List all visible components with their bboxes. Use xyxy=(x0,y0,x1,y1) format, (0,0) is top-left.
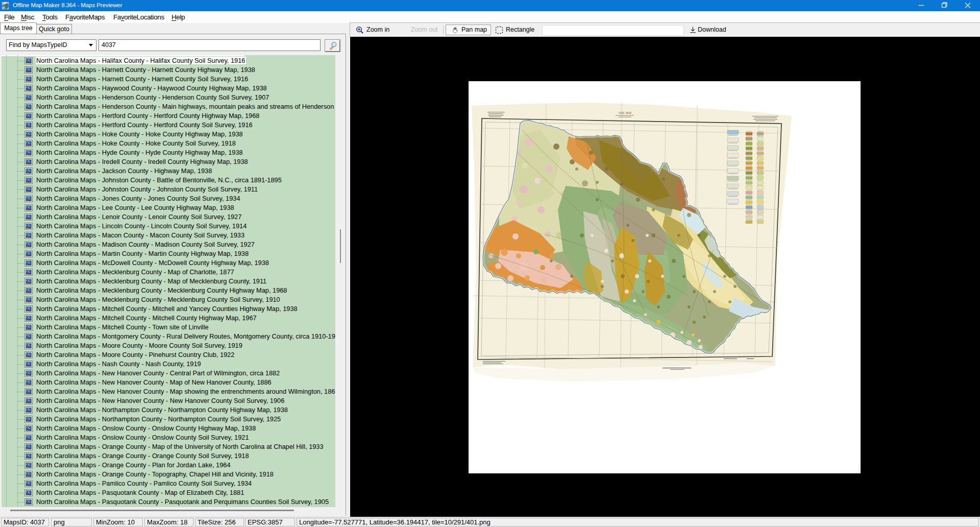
svg-text:SOIL MAP: SOIL MAP xyxy=(619,111,631,114)
